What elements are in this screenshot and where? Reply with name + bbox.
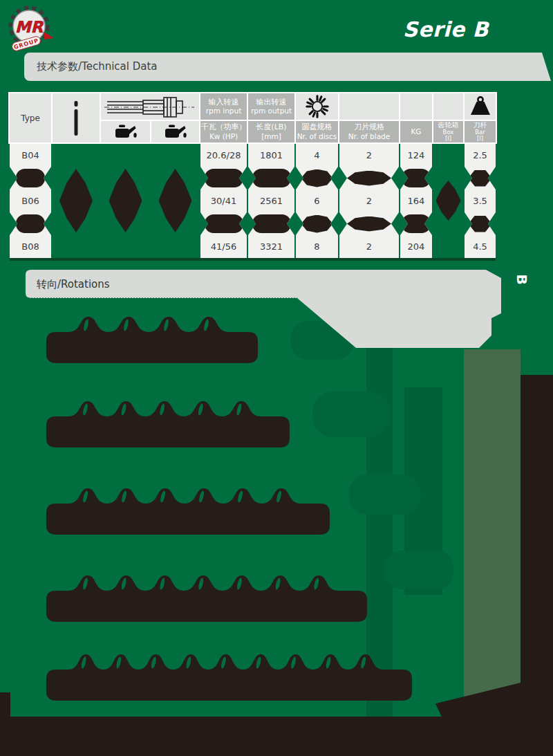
header-rpm-input-en: rpm input — [200, 107, 247, 115]
rotation-diagram-redacted — [45, 315, 259, 365]
cell-blades: 2 — [339, 235, 399, 258]
column-discs: 4 6 8 — [296, 144, 338, 258]
redacted-value-blob — [347, 171, 391, 186]
redacted-value-blob — [470, 216, 491, 232]
header-bar-label: 刀杆 Bar [l] — [465, 121, 496, 142]
redacted-column-blob — [109, 169, 142, 232]
header-weight-icon-cell — [465, 93, 496, 120]
header-rpm-input: 输入转速 rpm input — [200, 93, 247, 120]
weight-icon — [468, 95, 493, 118]
cell-blades: 2 — [339, 190, 399, 212]
header-box-label: 齿轮箱 Box [l] — [433, 121, 463, 142]
redacted-column-blob — [436, 181, 461, 221]
cell-length: 2561 — [248, 190, 294, 212]
header-kg-text: KG — [400, 127, 432, 136]
rotation-diagram-redacted — [45, 573, 368, 623]
header-blade-en: Nr. of blade — [339, 132, 399, 140]
decor-patch — [384, 551, 453, 589]
header-rpm-output-zh: 输出转速 — [248, 98, 294, 107]
i-bar-icon — [72, 100, 80, 137]
column-weight: 124 164 204 — [400, 144, 432, 258]
series-side-tab: B — [514, 269, 530, 290]
header-rpm-output-en: rpm output — [248, 107, 294, 115]
decor-black-bottom-band — [0, 717, 553, 756]
header-bar-unit: [l] — [465, 136, 496, 142]
page-title: Serie B — [403, 17, 489, 42]
redacted-value-blob — [301, 215, 333, 233]
redacted-cell — [248, 212, 294, 235]
decor-patch — [349, 474, 421, 515]
column-box-oil-redacted — [433, 144, 463, 258]
header-kg-label: KG — [400, 121, 432, 142]
redacted-value-blob — [205, 169, 243, 187]
redacted-value-blob — [347, 216, 391, 232]
technical-data-title: 技术参数/Technical Data — [37, 60, 158, 73]
cell-type: B06 — [10, 190, 51, 212]
rotation-diagram-redacted — [45, 486, 331, 536]
redacted-value-blob — [205, 214, 243, 233]
redacted-cell — [465, 167, 496, 190]
rotations-title: 转向/Rotations — [37, 278, 110, 291]
cell-discs: 4 — [296, 144, 338, 167]
pto-shaft-icon — [104, 95, 196, 118]
redacted-cell — [465, 212, 496, 235]
header-discs-icon-cell — [400, 93, 432, 120]
header-power-label: 千瓦（功率） Kw (HP) — [200, 121, 247, 142]
header-pto-shaft — [101, 93, 199, 120]
cell-power: 30/41 — [200, 190, 247, 212]
cell-weight: 204 — [400, 235, 432, 258]
oil-can-icon — [114, 124, 138, 140]
column-type: B04 B06 B08 — [10, 144, 51, 258]
header-type: Type — [10, 93, 51, 142]
redacted-cell — [339, 212, 399, 235]
header-blade-label: 刀片规格 Nr. of blade — [339, 121, 399, 142]
redacted-cell — [10, 212, 51, 235]
cell-bar-oil: 3.5 — [465, 190, 496, 212]
header-length-en: [mm] — [248, 132, 294, 140]
redacted-column-blob — [59, 169, 93, 232]
cell-bar-oil: 2.5 — [465, 144, 496, 167]
decor-patch — [312, 391, 390, 437]
header-power-zh: 千瓦（功率） — [200, 123, 247, 132]
column-power: 20.6/28 30/41 41/56 — [200, 144, 247, 258]
logo-flourish — [44, 32, 54, 39]
cell-power: 41/56 — [200, 235, 247, 258]
redacted-value-blob — [301, 169, 333, 187]
oil-can-icon — [164, 124, 187, 140]
spec-table-body: B04 B06 B08 20.6/28 30/41 41/56 1801 — [10, 144, 496, 261]
decor-black-right-band — [521, 375, 553, 756]
redacted-value-blob — [402, 214, 431, 233]
column-rpm-output-redacted — [151, 144, 199, 258]
redacted-cell — [400, 212, 432, 235]
rotation-diagram-redacted — [45, 399, 291, 449]
redacted-value-blob — [252, 169, 291, 187]
cell-length: 1801 — [248, 144, 294, 167]
cell-power: 20.6/28 — [200, 144, 247, 167]
redacted-cell — [200, 212, 247, 235]
redacted-cell — [10, 167, 51, 190]
redacted-value-blob — [16, 169, 45, 187]
redacted-cell — [248, 167, 294, 190]
column-blades: 2 2 2 — [339, 144, 399, 258]
decor-black-corner — [0, 692, 10, 720]
header-box-icon-cell — [101, 121, 150, 142]
cell-weight: 124 — [400, 144, 432, 167]
redacted-cell — [296, 167, 338, 190]
company-logo: MR GROUP — [4, 3, 54, 53]
header-length-label: 长度(LB) [mm] — [248, 121, 294, 142]
cell-discs: 6 — [296, 190, 338, 212]
header-blade-icon-cell — [433, 93, 463, 120]
redacted-value-blob — [470, 170, 491, 187]
header-redacted-column — [53, 93, 100, 142]
redacted-value-blob — [16, 214, 45, 233]
redacted-cell — [339, 167, 399, 190]
sun-power-icon — [304, 93, 330, 120]
header-discs-label: 圆盘规格 Nr. of discs — [296, 121, 338, 142]
column-redacted-i — [53, 144, 100, 258]
header-rpm-output: 输出转速 rpm output — [248, 93, 294, 120]
redacted-cell — [400, 167, 432, 190]
logo-monogram: MR — [15, 18, 44, 36]
column-bar-oil: 2.5 3.5 4.5 — [465, 144, 496, 258]
header-discs-zh: 圆盘规格 — [296, 123, 338, 132]
cell-weight: 164 — [400, 190, 432, 212]
